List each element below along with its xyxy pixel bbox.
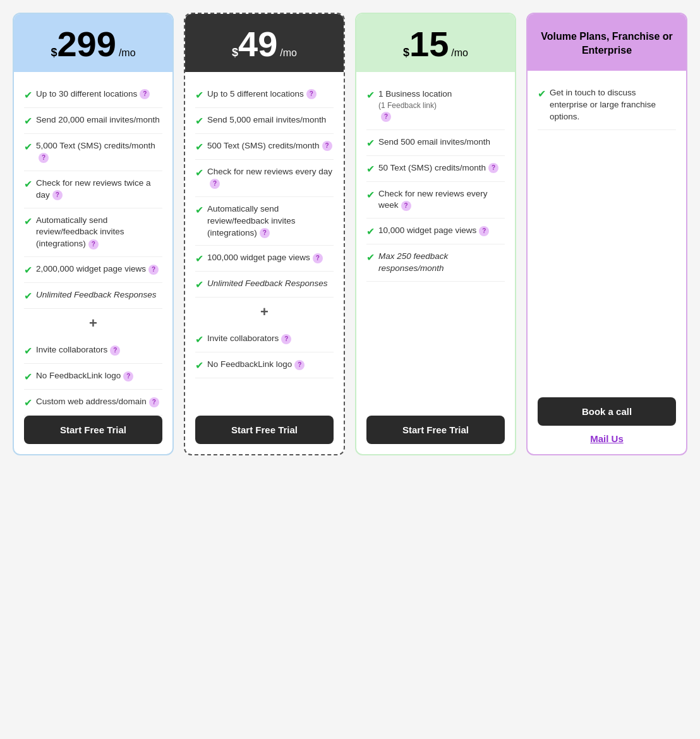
feature-item: ✔10,000 widget page views?	[366, 219, 505, 244]
plan-header-title: Volume Plans, Franchise or Enterprise	[538, 30, 676, 58]
feature-text: 100,000 widget page views?	[207, 252, 334, 264]
help-icon[interactable]: ?	[313, 253, 323, 263]
feature-item-extra: ✔No FeedbackLink logo?	[24, 364, 162, 390]
feature-text: Invite collaborators?	[207, 333, 334, 345]
help-icon[interactable]: ?	[149, 397, 159, 407]
plan-body-plan-49: ✔Up to 5 different locations?✔Send 5,000…	[185, 72, 344, 454]
price-period: /mo	[451, 47, 468, 59]
cta-button-plan-49[interactable]: Start Free Trial	[195, 416, 334, 444]
help-icon[interactable]: ?	[140, 89, 150, 99]
check-icon: ✔	[24, 397, 32, 409]
plan-card-plan-15: $15/mo✔1 Business location(1 Feedback li…	[355, 13, 516, 455]
help-icon[interactable]: ?	[210, 179, 220, 189]
feature-text: Send 500 email invites/month	[378, 136, 505, 148]
help-icon[interactable]: ?	[281, 334, 291, 344]
plan-body-plan-299: ✔Up to 30 different locations?✔Send 20,0…	[14, 72, 172, 454]
price-amount: 299	[57, 27, 116, 62]
check-icon: ✔	[366, 225, 375, 237]
feature-text: 5,000 Text (SMS) credits/month?	[36, 140, 162, 164]
price-currency: $	[51, 46, 57, 59]
price-currency: $	[403, 46, 409, 59]
price-currency: $	[232, 46, 238, 59]
plan-body-plan-15: ✔1 Business location(1 Feedback link)?✔S…	[356, 72, 515, 454]
feature-text: Send 5,000 email invites/month	[207, 114, 334, 126]
help-icon[interactable]: ?	[381, 112, 391, 122]
feature-item: ✔Get in touch to discuss enterprise or l…	[538, 81, 676, 130]
feature-item: ✔Automatically send review/feedback invi…	[24, 208, 162, 258]
mail-us-link[interactable]: Mail Us	[538, 433, 676, 444]
help-icon[interactable]: ?	[148, 265, 159, 275]
feature-text: No FeedbackLink logo?	[207, 359, 334, 371]
feature-item: ✔1 Business location(1 Feedback link)?	[366, 82, 505, 130]
feature-text: Up to 5 different locations?	[207, 88, 334, 100]
feature-text: Automatically send review/feedback invit…	[36, 215, 162, 251]
feature-item: ✔Up to 5 different locations?	[195, 82, 334, 108]
feature-item-extra: ✔Invite collaborators?	[24, 338, 162, 364]
feature-text: Send 20,000 email invites/month	[36, 114, 162, 126]
pricing-grid: $299/mo✔Up to 30 different locations?✔Se…	[13, 13, 687, 455]
feature-text: Up to 30 different locations?	[36, 88, 162, 100]
plan-card-plan-49: $49/mo✔Up to 5 different locations?✔Send…	[184, 13, 345, 455]
help-icon[interactable]: ?	[52, 190, 63, 200]
check-icon: ✔	[195, 253, 203, 265]
feature-item-extra: ✔Custom web address/domain?	[24, 390, 162, 416]
help-icon[interactable]: ?	[306, 89, 317, 99]
help-icon[interactable]: ?	[123, 371, 133, 382]
feature-item: ✔Check for new reviews every day?	[195, 160, 334, 197]
price-period: /mo	[119, 47, 136, 59]
check-icon: ✔	[195, 359, 203, 371]
check-icon: ✔	[366, 189, 375, 201]
help-icon[interactable]: ?	[488, 163, 498, 173]
feature-item: ✔Send 500 email invites/month	[366, 130, 505, 156]
feature-text: Check for new reviews twice a day?	[36, 177, 162, 201]
check-icon: ✔	[24, 115, 32, 127]
help-icon[interactable]: ?	[401, 201, 411, 211]
feature-item: ✔100,000 widget page views?	[195, 246, 334, 272]
help-icon[interactable]: ?	[479, 226, 489, 236]
feature-item: ✔Max 250 feedback responses/month	[366, 244, 505, 282]
check-icon: ✔	[24, 178, 32, 190]
feature-item: ✔Send 20,000 email invites/month	[24, 108, 162, 134]
check-icon: ✔	[195, 333, 203, 345]
feature-text: Unlimited Feedback Responses	[207, 278, 334, 290]
plan-header-plan-299: $299/mo	[14, 14, 172, 72]
check-icon: ✔	[195, 89, 203, 101]
help-icon[interactable]: ?	[322, 141, 332, 151]
help-icon[interactable]: ?	[110, 345, 120, 356]
feature-text: 1 Business location(1 Feedback link)?	[378, 88, 505, 123]
price-row: $49/mo	[232, 27, 297, 62]
feature-text: 10,000 widget page views?	[378, 225, 505, 237]
feature-item: ✔Unlimited Feedback Responses	[24, 283, 162, 309]
plan-header-plan-15: $15/mo	[356, 14, 515, 72]
check-icon: ✔	[24, 89, 32, 101]
help-icon[interactable]: ?	[88, 239, 99, 249]
feature-text: 500 Text (SMS) credits/month?	[207, 140, 334, 152]
help-icon[interactable]: ?	[260, 228, 270, 238]
check-icon: ✔	[24, 371, 32, 383]
feature-text: Automatically send review/feedback invit…	[207, 203, 334, 239]
plan-card-plan-enterprise: Volume Plans, Franchise or Enterprise✔Ge…	[526, 13, 687, 455]
feature-sublabel: (1 Feedback link)	[378, 100, 505, 111]
feature-text: Max 250 feedback responses/month	[378, 251, 505, 275]
feature-text: No FeedbackLink logo?	[36, 370, 162, 382]
help-icon[interactable]: ?	[294, 360, 305, 370]
check-icon: ✔	[195, 279, 203, 291]
check-icon: ✔	[24, 141, 32, 153]
plus-divider: +	[24, 309, 162, 338]
cta-button-plan-299[interactable]: Start Free Trial	[24, 416, 162, 444]
feature-text: Invite collaborators?	[36, 344, 162, 356]
cta-button-plan-15[interactable]: Start Free Trial	[366, 416, 505, 444]
feature-item: ✔2,000,000 widget page views?	[24, 257, 162, 283]
cta-button-plan-enterprise[interactable]: Book a call	[538, 397, 676, 426]
check-icon: ✔	[195, 204, 203, 216]
feature-item: ✔Send 5,000 email invites/month	[195, 108, 334, 134]
price-row: $299/mo	[51, 27, 135, 62]
feature-item: ✔Automatically send review/feedback invi…	[195, 197, 334, 246]
feature-text: Custom web address/domain?	[36, 396, 162, 408]
feature-text: Get in touch to discuss enterprise or la…	[550, 87, 676, 123]
feature-item: ✔500 Text (SMS) credits/month?	[195, 134, 334, 160]
check-icon: ✔	[24, 215, 32, 227]
help-icon[interactable]: ?	[39, 153, 49, 163]
check-icon: ✔	[538, 88, 546, 100]
check-icon: ✔	[24, 345, 32, 357]
